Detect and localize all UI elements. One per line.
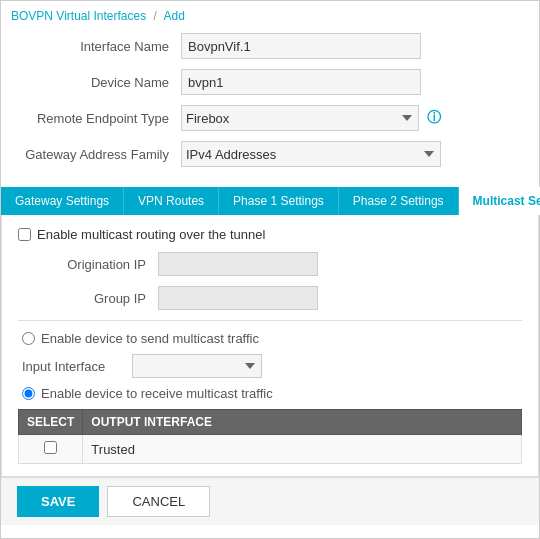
input-interface-label: Input Interface [22,359,132,374]
device-name-row: Device Name [21,69,519,95]
gateway-family-select[interactable]: IPv4 Addresses IPv6 Addresses [181,141,441,167]
device-name-label: Device Name [21,75,181,90]
group-ip-input[interactable] [158,286,318,310]
table-cell-checkbox[interactable] [19,435,83,464]
enable-receive-radio[interactable] [22,387,35,400]
tab-gateway-settings[interactable]: Gateway Settings [1,187,124,215]
remote-endpoint-select[interactable]: Firebox Cloud VPN or Third-Party Gateway [181,105,419,131]
enable-receive-label: Enable device to receive multicast traff… [41,386,273,401]
interface-name-label: Interface Name [21,39,181,54]
enable-multicast-routing-row: Enable multicast routing over the tunnel [18,227,522,242]
enable-receive-row: Enable device to receive multicast traff… [18,386,522,401]
enable-send-radio[interactable] [22,332,35,345]
gateway-family-select-wrap: IPv4 Addresses IPv6 Addresses [181,141,441,167]
remote-endpoint-label: Remote Endpoint Type [21,111,181,126]
group-ip-label: Group IP [38,291,158,306]
save-button[interactable]: SAVE [17,486,99,517]
tab-multicast-settings[interactable]: Multicast Settings [459,187,540,215]
table-header-output: OUTPUT INTERFACE [83,410,522,435]
row-checkbox[interactable] [44,441,57,454]
button-bar: SAVE CANCEL [1,477,539,525]
enable-send-row: Enable device to send multicast traffic [18,331,522,346]
tab-vpn-routes[interactable]: VPN Routes [124,187,219,215]
device-name-input[interactable] [181,69,421,95]
tab-phase1-settings[interactable]: Phase 1 Settings [219,187,339,215]
enable-multicast-label: Enable multicast routing over the tunnel [37,227,265,242]
remote-endpoint-row: Remote Endpoint Type Firebox Cloud VPN o… [21,105,519,131]
divider [18,320,522,321]
breadcrumb-current: Add [164,9,185,23]
content-area: Enable multicast routing over the tunnel… [1,215,539,477]
origination-ip-row: Origination IP [18,252,522,276]
breadcrumb-separator: / [154,9,157,23]
gateway-family-row: Gateway Address Family IPv4 Addresses IP… [21,141,519,167]
origination-ip-input[interactable] [158,252,318,276]
remote-endpoint-select-wrap: Firebox Cloud VPN or Third-Party Gateway… [181,105,441,131]
interface-name-input[interactable] [181,33,421,59]
table-header-select: SELECT [19,410,83,435]
table-row: Trusted [19,435,522,464]
gateway-family-label: Gateway Address Family [21,147,181,162]
origination-ip-label: Origination IP [38,257,158,272]
input-interface-row: Input Interface [18,354,522,378]
enable-multicast-checkbox[interactable] [18,228,31,241]
input-interface-select[interactable] [132,354,262,378]
interface-name-row: Interface Name [21,33,519,59]
breadcrumb-parent-link[interactable]: BOVPN Virtual Interfaces [11,9,146,23]
cancel-button[interactable]: CANCEL [107,486,210,517]
tab-phase2-settings[interactable]: Phase 2 Settings [339,187,459,215]
info-icon[interactable]: ⓘ [427,109,441,127]
output-interface-table: SELECT OUTPUT INTERFACE Trusted [18,409,522,464]
group-ip-row: Group IP [18,286,522,310]
table-cell-interface: Trusted [83,435,522,464]
page-wrapper: BOVPN Virtual Interfaces / Add Interface… [0,0,540,539]
tabs-bar: Gateway Settings VPN Routes Phase 1 Sett… [1,187,539,215]
enable-send-label: Enable device to send multicast traffic [41,331,259,346]
breadcrumb: BOVPN Virtual Interfaces / Add [1,1,539,27]
form-section: Interface Name Device Name Remote Endpoi… [1,27,539,187]
